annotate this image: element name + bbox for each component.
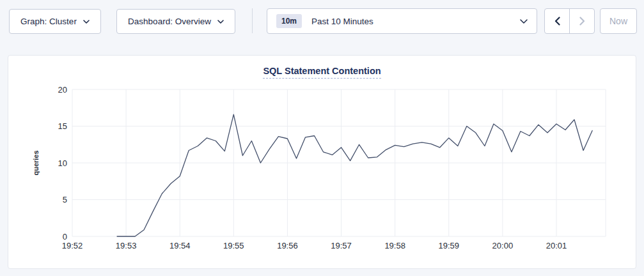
time-range-dropdown[interactable]: 10m Past 10 Minutes xyxy=(267,8,537,34)
svg-text:20:00: 20:00 xyxy=(492,241,514,250)
graph-selector-label: Graph: Cluster xyxy=(20,17,77,26)
prev-time-button[interactable] xyxy=(545,9,569,33)
svg-text:19:55: 19:55 xyxy=(223,241,244,250)
svg-text:15: 15 xyxy=(58,121,67,131)
line-chart-svg: 0510152019:5219:5319:5419:5519:5619:5719… xyxy=(8,79,637,270)
next-time-button[interactable] xyxy=(569,9,594,33)
svg-text:19:57: 19:57 xyxy=(331,241,352,250)
graph-selector-dropdown[interactable]: Graph: Cluster xyxy=(9,9,101,34)
time-range-label: Past 10 Minutes xyxy=(311,17,373,26)
time-step-button-group xyxy=(544,8,595,34)
chevron-left-icon xyxy=(554,17,560,26)
chevron-right-icon xyxy=(579,17,585,26)
svg-text:0: 0 xyxy=(63,232,67,241)
svg-text:19:56: 19:56 xyxy=(277,241,298,250)
svg-text:19:54: 19:54 xyxy=(169,241,191,250)
chart-title-row: SQL Statement Contention xyxy=(8,56,636,79)
metrics-page: Graph: Cluster Dashboard: Overview 10m P… xyxy=(0,0,644,276)
chevron-down-icon xyxy=(217,20,224,24)
chart-title[interactable]: SQL Statement Contention xyxy=(263,66,381,79)
svg-text:20: 20 xyxy=(58,85,67,95)
svg-text:19:52: 19:52 xyxy=(62,241,83,250)
svg-text:10: 10 xyxy=(58,158,67,168)
chart-panel: SQL Statement Contention 0510152019:5219… xyxy=(8,55,636,269)
chevron-down-icon xyxy=(83,20,90,24)
metrics-toolbar: Graph: Cluster Dashboard: Overview 10m P… xyxy=(0,0,644,46)
svg-text:queries: queries xyxy=(32,150,40,175)
now-button-label: Now xyxy=(609,16,627,26)
svg-text:5: 5 xyxy=(63,195,67,204)
chart-canvas[interactable]: 0510152019:5219:5319:5419:5519:5619:5719… xyxy=(8,79,637,270)
dashboard-selector-label: Dashboard: Overview xyxy=(128,17,211,26)
svg-text:19:59: 19:59 xyxy=(439,241,460,250)
svg-text:19:53: 19:53 xyxy=(116,241,137,250)
chevron-down-icon xyxy=(520,19,528,24)
dashboard-selector-dropdown[interactable]: Dashboard: Overview xyxy=(116,9,235,34)
svg-text:20:01: 20:01 xyxy=(546,241,567,250)
svg-text:19:58: 19:58 xyxy=(384,241,405,250)
now-button[interactable]: Now xyxy=(600,8,637,34)
time-range-badge: 10m xyxy=(276,14,302,28)
toolbar-divider xyxy=(252,8,253,33)
